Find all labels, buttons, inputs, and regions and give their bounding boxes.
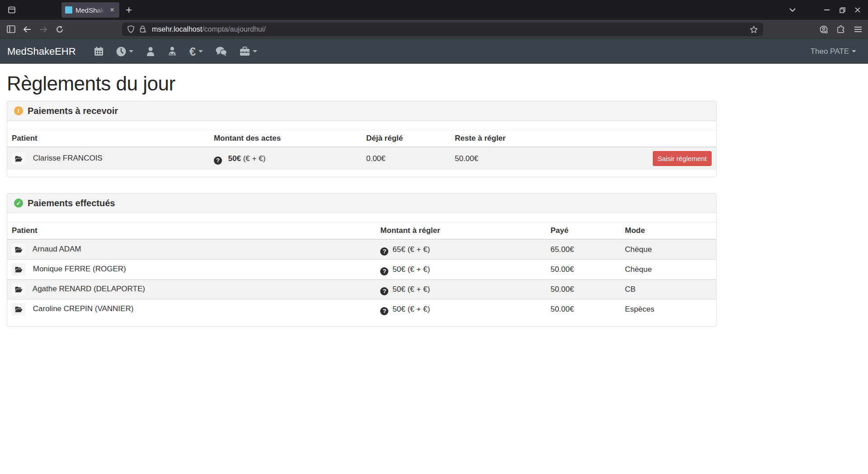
payment-mode: Chèque — [620, 260, 716, 280]
account-icon[interactable] — [817, 23, 830, 36]
sidebar-toggle-icon[interactable] — [5, 23, 17, 36]
help-circle-icon[interactable]: ? — [214, 156, 222, 165]
menu-hamburger-icon[interactable] — [852, 23, 864, 36]
open-patient-folder-button[interactable] — [12, 263, 25, 275]
help-circle-icon[interactable]: ? — [380, 287, 388, 295]
payment-mode: Chèque — [620, 239, 716, 260]
patient-name: Monique FERRE (ROGER) — [33, 265, 126, 273]
check-circle-icon: ✓ — [14, 199, 23, 208]
amount-value: 50€ (€ + €) — [392, 265, 430, 274]
nav-compta-menu[interactable]: € — [183, 39, 209, 64]
panel-payments-done: ✓ Paiements effectués Patient Montant à … — [7, 193, 717, 327]
paid-value: 50.00€ — [546, 260, 621, 280]
patient-name: Arnaud ADAM — [33, 245, 81, 253]
window-restore-button[interactable] — [835, 3, 850, 17]
nav-messages-item[interactable] — [209, 39, 233, 64]
column-header-patient: Patient — [7, 223, 376, 240]
reload-button[interactable] — [53, 23, 66, 36]
column-header-due: Reste à régler — [450, 130, 550, 147]
window-minimize-button[interactable] — [819, 3, 835, 17]
open-patient-folder-button[interactable] — [12, 152, 25, 165]
panel-heading: ! Paiements à recevoir — [7, 101, 716, 121]
panel-payments-to-receive: ! Paiements à recevoir Patient Montant d… — [7, 101, 717, 177]
table-row: Clarisse FRANCOIS ? 50€ (€ + €) 0.00€ 50… — [7, 147, 716, 170]
panel-title: Paiements à recevoir — [28, 106, 118, 116]
open-patient-folder-button[interactable] — [12, 303, 25, 315]
amount-value: 50€ (€ + €) — [392, 285, 430, 294]
already-paid-value: 0.00€ — [362, 147, 450, 170]
column-header-actions — [550, 130, 717, 147]
open-patient-folder-button[interactable] — [12, 283, 25, 295]
column-header-amount: Montant des actes — [209, 130, 362, 147]
shield-icon[interactable] — [127, 25, 134, 33]
patient-name: Clarisse FRANCOIS — [33, 154, 103, 162]
nav-outils-menu[interactable] — [233, 39, 264, 64]
paid-value: 65.00€ — [546, 239, 621, 260]
nav-praticien-item[interactable] — [161, 39, 183, 64]
help-circle-icon[interactable]: ? — [380, 307, 388, 315]
user-menu[interactable]: Theo PATE — [811, 47, 856, 56]
table-row: Agathe RENARD (DELAPORTE) ?50€ (€ + €) 5… — [7, 280, 716, 299]
patient-name: Caroline CREPIN (VANNIER) — [33, 304, 134, 313]
exclamation-circle-icon: ! — [14, 106, 23, 115]
firefox-view-icon[interactable] — [6, 5, 17, 15]
extensions-puzzle-icon[interactable] — [835, 23, 847, 36]
url-path: /compta/aujourdhui/ — [202, 25, 266, 33]
brand-link[interactable]: MedShakeEHR — [7, 46, 76, 57]
window-close-button[interactable] — [850, 3, 865, 17]
due-value: 50.00€ — [450, 147, 550, 170]
chevron-down-icon — [198, 50, 203, 52]
new-tab-button[interactable]: + — [126, 5, 132, 14]
medical-bag-icon — [240, 47, 250, 56]
column-header-already-paid: Déjà réglé — [362, 130, 450, 147]
app-navbar: MedShakeEHR € — [0, 39, 868, 64]
nav-agenda-item[interactable] — [88, 39, 110, 64]
chat-bubbles-icon — [216, 47, 227, 56]
page-title: Règlements du jour — [7, 73, 861, 95]
bookmark-star-icon[interactable] — [750, 26, 758, 33]
nav-history-menu[interactable] — [110, 39, 140, 64]
payments-done-table: Patient Montant à régler Payé Mode Arnau… — [7, 222, 716, 319]
lock-warning-icon[interactable] — [139, 25, 146, 33]
back-button[interactable] — [21, 23, 33, 36]
browser-tab-strip: MedShakeEHR : règlemen × + — [0, 0, 868, 20]
enter-payment-button[interactable]: Saisir règlement — [653, 151, 712, 166]
paid-value: 50.00€ — [546, 299, 621, 319]
tab-close-icon[interactable]: × — [108, 6, 116, 14]
url-bar[interactable]: msehr.localhost/compta/aujourdhui/ — [122, 23, 763, 36]
calendar-icon — [94, 47, 104, 56]
clock-icon — [116, 47, 126, 57]
list-all-tabs-icon[interactable] — [785, 3, 800, 17]
table-row: Arnaud ADAM ?65€ (€ + €) 65.00€ Chèque — [7, 239, 716, 260]
amount-detail: (€ + €) — [241, 154, 265, 163]
column-header-mode: Mode — [620, 223, 716, 240]
column-header-amount: Montant à régler — [376, 223, 546, 240]
user-icon — [146, 47, 155, 56]
page-content: Règlements du jour ! Paiements à recevoi… — [0, 73, 868, 327]
column-header-patient: Patient — [7, 130, 209, 147]
amount-value: 50€ — [228, 154, 241, 163]
browser-toolbar: msehr.localhost/compta/aujourdhui/ — [0, 20, 868, 39]
payment-mode: Espèces — [620, 299, 716, 319]
tab-favicon — [65, 6, 72, 14]
help-circle-icon[interactable]: ? — [380, 247, 388, 256]
table-row: Monique FERRE (ROGER) ?50€ (€ + €) 50.00… — [7, 260, 716, 280]
amount-value: 65€ (€ + €) — [392, 245, 430, 254]
panel-heading: ✓ Paiements effectués — [7, 194, 716, 213]
browser-tab[interactable]: MedShakeEHR : règlemen × — [61, 2, 119, 18]
forward-button[interactable] — [37, 23, 50, 36]
doctor-icon — [168, 47, 177, 57]
open-patient-folder-button[interactable] — [12, 243, 25, 256]
url-domain: msehr.localhost — [152, 25, 202, 33]
euro-icon: € — [189, 46, 196, 57]
url-text: msehr.localhost/compta/aujourdhui/ — [152, 25, 266, 33]
column-header-paid: Payé — [546, 223, 621, 240]
chevron-down-icon — [253, 50, 257, 52]
table-row: Caroline CREPIN (VANNIER) ?50€ (€ + €) 5… — [7, 299, 716, 319]
payment-mode: CB — [620, 280, 716, 299]
nav-patient-item[interactable] — [140, 39, 161, 64]
tab-title: MedShakeEHR : règlemen — [75, 6, 105, 14]
patient-name: Agathe RENARD (DELAPORTE) — [33, 284, 145, 293]
help-circle-icon[interactable]: ? — [380, 267, 388, 275]
chevron-down-icon — [852, 50, 856, 52]
